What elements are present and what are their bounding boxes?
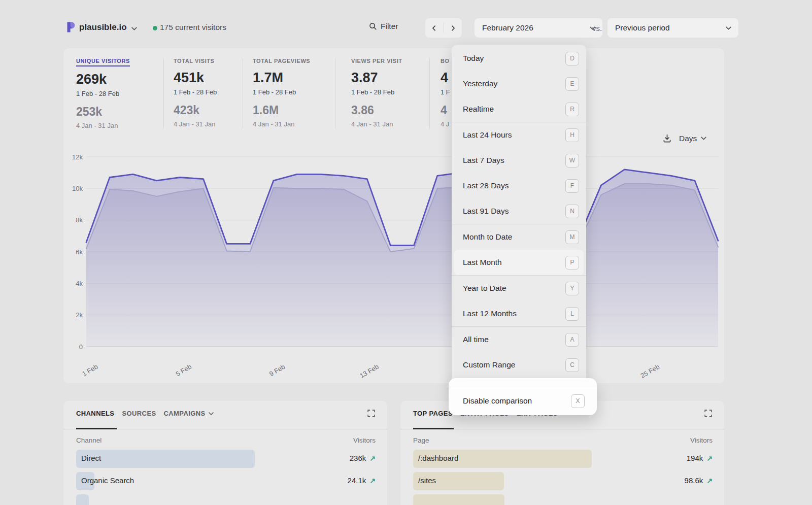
stat-prev-period: 4 Jan - 31 Jan bbox=[253, 120, 310, 128]
stat-label[interactable]: TOTAL PAGEVIEWS bbox=[253, 58, 310, 64]
menu-item-year-to-date[interactable]: Year to DateY bbox=[452, 276, 586, 301]
tab-top-pages[interactable]: TOP PAGES bbox=[413, 410, 453, 417]
expand-icon[interactable] bbox=[704, 409, 713, 418]
row-visitors: 98.6k ↗ bbox=[685, 476, 713, 485]
tab-channels[interactable]: CHANNELS bbox=[76, 410, 114, 417]
menu-item-label: Last 91 Days bbox=[463, 207, 509, 216]
stat-value: 4 bbox=[441, 70, 450, 86]
menu-section: TodayDYesterdayERealtimeR bbox=[452, 46, 586, 122]
menu-section: Year to DateYLast 12 MonthsL bbox=[452, 275, 586, 326]
interval-chevron-down-icon bbox=[700, 135, 707, 142]
stat-period: 1 Feb - 28 Feb bbox=[76, 90, 130, 97]
table-row[interactable]: Direct 236k ↗ bbox=[76, 450, 376, 468]
current-visitors-text[interactable]: 175 current visitors bbox=[160, 23, 226, 32]
chart-interval-control: Days bbox=[662, 133, 707, 143]
menu-item-today[interactable]: TodayD bbox=[452, 46, 586, 71]
row-name[interactable]: /:dashboard bbox=[418, 454, 458, 462]
download-icon[interactable] bbox=[662, 133, 672, 143]
shortcut-key-badge: M bbox=[565, 230, 579, 244]
table-row[interactable]: /sites 98.6k ↗ bbox=[413, 472, 713, 490]
tab-campaigns[interactable]: CAMPAIGNS bbox=[164, 410, 214, 417]
prev-period-arrow-button[interactable] bbox=[425, 18, 444, 38]
menu-item-realtime[interactable]: RealtimeR bbox=[452, 96, 586, 122]
interval-dropdown-button[interactable]: Days bbox=[679, 134, 707, 143]
table-row[interactable]: Organic Search 24.1k ↗ bbox=[76, 472, 376, 490]
stat-card-3[interactable]: TOTAL PAGEVIEWS1.7M1 Feb - 28 Feb1.6M4 J… bbox=[253, 56, 310, 128]
col-visitors: Visitors bbox=[353, 436, 376, 444]
stat-prev-value: 1.6M bbox=[253, 104, 310, 117]
comparison-label: Previous period bbox=[615, 23, 670, 32]
table-row[interactable] bbox=[413, 494, 713, 505]
menu-item-all-time[interactable]: All timeA bbox=[452, 327, 586, 352]
menu-item-last-24-hours[interactable]: Last 24 HoursH bbox=[452, 122, 586, 148]
stat-period: 1 F bbox=[441, 88, 450, 96]
date-range-menu: TodayDYesterdayERealtimeRLast 24 HoursHL… bbox=[452, 45, 586, 387]
stat-prev-value: 253k bbox=[76, 105, 130, 119]
disable-comparison-menu-item[interactable]: Disable comparison X bbox=[463, 387, 585, 415]
row-name[interactable]: Direct bbox=[81, 454, 101, 462]
stat-label[interactable]: UNIQUE VISITORS bbox=[76, 58, 130, 66]
menu-item-last-91-days[interactable]: Last 91 DaysN bbox=[452, 198, 586, 224]
svg-text:25 Feb: 25 Feb bbox=[639, 363, 661, 380]
stat-card-2[interactable]: TOTAL VISITS451k1 Feb - 28 Feb423k4 Jan … bbox=[174, 56, 217, 128]
shortcut-key-badge: H bbox=[565, 128, 579, 142]
menu-section: All timeACustom RangeC bbox=[452, 326, 586, 378]
site-switcher-label[interactable]: plausible.io bbox=[79, 22, 127, 32]
menu-item-month-to-date[interactable]: Month to DateM bbox=[452, 224, 586, 250]
stat-period: 1 Feb - 28 Feb bbox=[351, 88, 402, 96]
tab-sources[interactable]: SOURCES bbox=[122, 410, 156, 417]
shortcut-key-badge: C bbox=[565, 358, 579, 372]
trend-up-arrow-icon: ↗ bbox=[706, 477, 713, 485]
stat-card-5[interactable]: BO41 F44 J bbox=[441, 56, 450, 128]
panel-rows: /:dashboard 194k ↗ /sites 98.6k ↗ bbox=[413, 450, 713, 505]
comparison-picker-button[interactable]: Previous period bbox=[607, 18, 738, 38]
svg-text:5 Feb: 5 Feb bbox=[175, 363, 193, 378]
row-name[interactable]: /sites bbox=[418, 476, 436, 485]
stat-label[interactable]: VIEWS PER VISIT bbox=[351, 58, 402, 64]
stat-period: 1 Feb - 28 Feb bbox=[174, 88, 217, 96]
interval-label: Days bbox=[679, 134, 697, 143]
col-name: Channel bbox=[76, 436, 101, 444]
table-row[interactable] bbox=[76, 494, 376, 505]
stat-prev-period: 4 Jan - 31 Jan bbox=[76, 122, 130, 129]
menu-item-label: Year to Date bbox=[463, 284, 506, 293]
expand-icon[interactable] bbox=[367, 409, 376, 418]
shortcut-key-badge: N bbox=[565, 205, 579, 218]
menu-item-custom-range[interactable]: Custom RangeC bbox=[452, 352, 586, 378]
site-switcher-chevron-down-icon[interactable] bbox=[131, 25, 138, 32]
menu-item-label: All time bbox=[463, 335, 489, 344]
table-row[interactable]: /:dashboard 194k ↗ bbox=[413, 450, 713, 468]
panel-rows: Direct 236k ↗ Organic Search 24.1k ↗ bbox=[76, 450, 376, 505]
stat-prev-value: 3.86 bbox=[351, 104, 402, 117]
shortcut-key-badge: F bbox=[565, 179, 579, 193]
filter-button[interactable]: Filter bbox=[369, 22, 398, 31]
menu-item-last-month[interactable]: Last MonthP bbox=[454, 250, 584, 275]
column-headers: Page Visitors bbox=[413, 436, 713, 444]
col-name: Page bbox=[413, 436, 429, 444]
stat-value: 3.87 bbox=[351, 70, 402, 86]
stat-prev-value: 423k bbox=[174, 104, 217, 117]
stat-card-4[interactable]: VIEWS PER VISIT3.871 Feb - 28 Feb3.864 J… bbox=[351, 56, 402, 128]
row-name[interactable]: Organic Search bbox=[81, 476, 134, 485]
stat-label[interactable]: BO bbox=[441, 58, 450, 64]
next-period-arrow-button[interactable] bbox=[444, 18, 462, 38]
menu-item-last-7-days[interactable]: Last 7 DaysW bbox=[452, 148, 586, 173]
row-bar bbox=[76, 450, 255, 468]
channels-panel: CHANNELSSOURCESCAMPAIGNS Channel Visitor… bbox=[63, 401, 387, 505]
stat-prev-period: 4 Jan - 31 Jan bbox=[174, 120, 217, 128]
menu-item-yesterday[interactable]: YesterdayE bbox=[452, 71, 586, 96]
stat-label[interactable]: TOTAL VISITS bbox=[174, 58, 215, 64]
active-tab-underline bbox=[76, 428, 117, 429]
shortcut-key-badge: P bbox=[565, 256, 579, 270]
menu-item-label: Last 7 Days bbox=[463, 156, 504, 165]
menu-item-last-12-months[interactable]: Last 12 MonthsL bbox=[452, 301, 586, 326]
vs-label: vs. bbox=[592, 24, 602, 32]
svg-text:1 Feb: 1 Feb bbox=[81, 363, 99, 378]
stat-prev-period: 4 Jan - 31 Jan bbox=[351, 120, 402, 128]
menu-item-label: Last Month bbox=[463, 258, 502, 267]
menu-item-last-28-days[interactable]: Last 28 DaysF bbox=[452, 173, 586, 198]
menu-section: Month to DateMLast MonthP bbox=[452, 224, 586, 275]
stat-value: 1.7M bbox=[253, 70, 310, 86]
date-range-picker-button[interactable]: February 2026 bbox=[475, 18, 602, 38]
stat-card-1[interactable]: UNIQUE VISITORS269k1 Feb - 28 Feb253k4 J… bbox=[76, 56, 130, 129]
